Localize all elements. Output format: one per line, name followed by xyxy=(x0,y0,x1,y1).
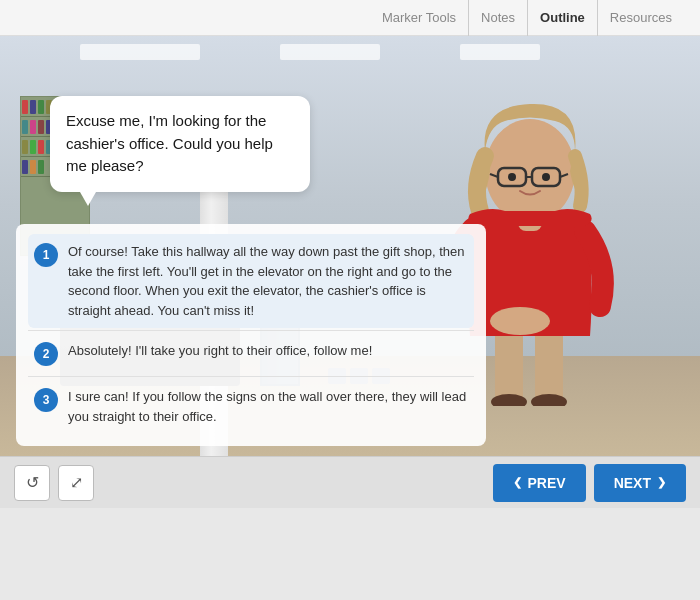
answer-number-3: 3 xyxy=(34,388,58,412)
speech-bubble-text: Excuse me, I'm looking for the cashier's… xyxy=(66,112,273,174)
svg-point-4 xyxy=(490,307,550,335)
answer-item-2[interactable]: 2 Absolutely! I'll take you right to the… xyxy=(28,333,474,374)
toolbar-left-buttons: ↺ ⤢ xyxy=(14,465,94,501)
prev-button[interactable]: ❮ PREV xyxy=(493,464,586,502)
answer-item-3[interactable]: 3 I sure can! If you follow the signs on… xyxy=(28,379,474,434)
prev-chevron-icon: ❮ xyxy=(513,476,522,489)
answer-text-2: Absolutely! I'll take you right to their… xyxy=(68,341,372,361)
nav-item-resources[interactable]: Resources xyxy=(598,0,684,36)
ceiling-light-2 xyxy=(280,44,380,60)
answer-number-1: 1 xyxy=(34,243,58,267)
answer-divider-2 xyxy=(28,376,474,377)
reload-icon: ↺ xyxy=(26,473,39,492)
speech-bubble: Excuse me, I'm looking for the cashier's… xyxy=(50,96,310,192)
answer-divider-1 xyxy=(28,330,474,331)
ceiling-light xyxy=(80,44,200,60)
answer-text-1: Of course! Take this hallway all the way… xyxy=(68,242,468,320)
reload-button[interactable]: ↺ xyxy=(14,465,50,501)
nav-item-outline[interactable]: Outline xyxy=(528,0,598,36)
top-navigation: Marker Tools Notes Outline Resources xyxy=(0,0,700,36)
svg-point-13 xyxy=(542,173,550,181)
nav-item-marker-tools[interactable]: Marker Tools xyxy=(370,0,469,36)
svg-point-12 xyxy=(508,173,516,181)
toolbar-right-buttons: ❮ PREV NEXT ❯ xyxy=(493,464,686,502)
answers-panel: 1 Of course! Take this hallway all the w… xyxy=(16,224,486,446)
next-chevron-icon: ❯ xyxy=(657,476,666,489)
answer-number-2: 2 xyxy=(34,342,58,366)
svg-rect-1 xyxy=(535,331,563,401)
answer-item-1[interactable]: 1 Of course! Take this hallway all the w… xyxy=(28,234,474,328)
answer-text-3: I sure can! If you follow the signs on t… xyxy=(68,387,468,426)
expand-button[interactable]: ⤢ xyxy=(58,465,94,501)
bottom-toolbar: ↺ ⤢ ❮ PREV NEXT ❯ xyxy=(0,456,700,508)
nav-item-notes[interactable]: Notes xyxy=(469,0,528,36)
next-label: NEXT xyxy=(614,475,651,491)
prev-label: PREV xyxy=(528,475,566,491)
next-button[interactable]: NEXT ❯ xyxy=(594,464,686,502)
svg-rect-0 xyxy=(495,331,523,401)
scene-area: Excuse me, I'm looking for the cashier's… xyxy=(0,36,700,456)
ceiling-light-3 xyxy=(460,44,540,60)
expand-icon: ⤢ xyxy=(70,473,83,492)
